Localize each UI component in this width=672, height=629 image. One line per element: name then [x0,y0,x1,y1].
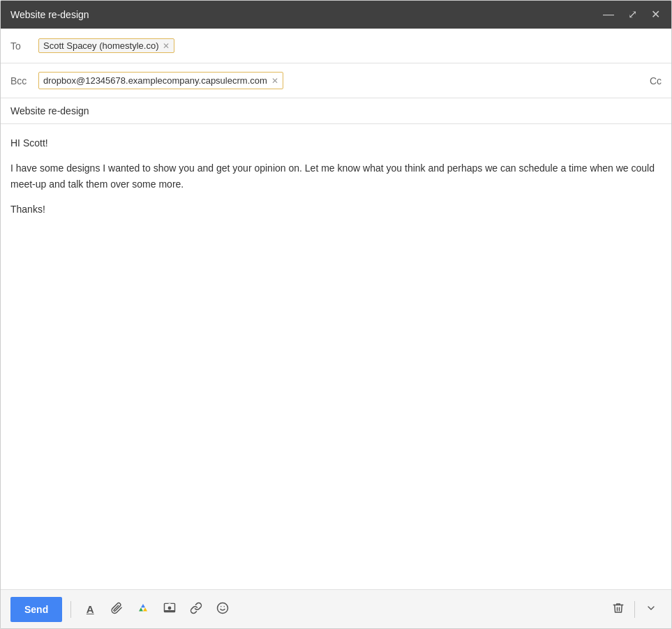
to-field-row: To Scott Spacey (homestyle.co) ✕ [1,29,671,63]
subject-text: Website re-design [10,105,89,116]
bcc-label: Bcc [10,75,38,86]
toolbar-divider-1 [70,601,71,618]
bcc-email: dropbox@12345678.examplecompany.capsulec… [43,75,267,86]
drive-icon [137,602,149,616]
bcc-chip[interactable]: dropbox@12345678.examplecompany.capsulec… [38,72,283,89]
link-icon [190,602,202,616]
email-body[interactable]: HI Scott! I have some designs I wanted t… [1,124,671,589]
more-options-button[interactable] [641,599,662,620]
bcc-field-content: dropbox@12345678.examplecompany.capsulec… [38,72,650,89]
compose-window: Website re-design — ⤢ ✕ To Scott Spacey … [0,0,672,629]
window-controls: — ⤢ ✕ [602,8,662,22]
to-field-content: Scott Spacey (homestyle.co) ✕ [38,38,662,53]
close-button[interactable]: ✕ [650,8,662,22]
remove-bcc-button[interactable]: ✕ [271,77,278,85]
format-text-icon: A [87,604,94,614]
window-title: Website re-design [10,9,89,20]
body-paragraph1: I have some designs I wanted to show you… [10,160,662,192]
cc-button[interactable]: Cc [650,75,662,86]
insert-emoji-button[interactable] [212,599,233,620]
body-closing: Thanks! [10,202,662,217]
compose-toolbar: Send A [1,589,671,628]
title-bar: Website re-design — ⤢ ✕ [1,1,671,29]
discard-button[interactable] [608,599,629,620]
subject-row: Website re-design [1,98,671,124]
minimize-button[interactable]: — [602,8,615,22]
expand-button[interactable]: ⤢ [627,8,639,22]
chevron-down-icon [645,603,657,616]
recipient-name: Scott Spacey (homestyle.co) [43,40,158,51]
attach-file-button[interactable] [106,599,127,620]
toolbar-right [608,599,662,620]
trash-icon [612,602,625,616]
bcc-field-row: Bcc dropbox@12345678.examplecompany.caps… [1,63,671,98]
google-drive-button[interactable] [133,599,154,620]
insert-photo-button[interactable] [159,599,180,620]
recipient-chip[interactable]: Scott Spacey (homestyle.co) ✕ [38,38,174,53]
camera-icon [163,602,176,616]
body-greeting: HI Scott! [10,135,662,151]
to-label: To [10,40,38,52]
format-text-button[interactable]: A [80,599,100,620]
paperclip-icon [110,602,123,616]
send-button[interactable]: Send [10,597,62,622]
emoji-icon [216,602,229,616]
insert-link-button[interactable] [186,599,207,620]
toolbar-divider-2 [634,601,635,618]
svg-point-0 [218,603,228,614]
remove-recipient-button[interactable]: ✕ [163,42,170,50]
